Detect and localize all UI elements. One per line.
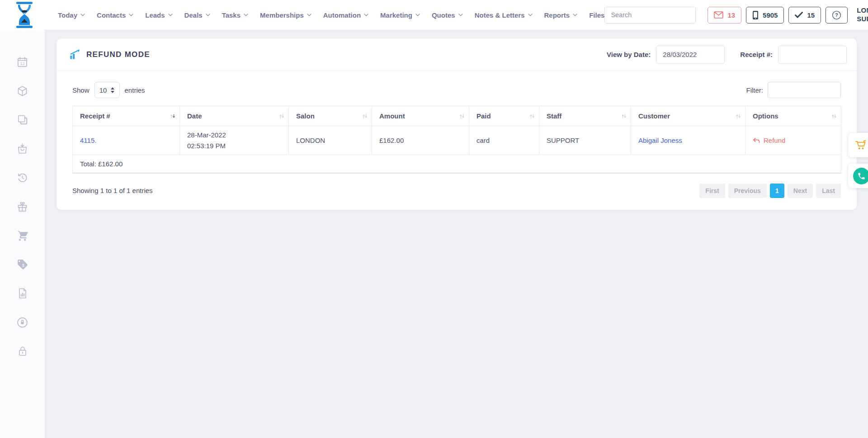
chevron-down-icon (458, 14, 463, 16)
nav-item-files[interactable]: Files (589, 11, 604, 19)
col-staff[interactable]: Staff (539, 106, 631, 126)
history-icon (16, 172, 28, 184)
nav-item-tasks[interactable]: Tasks (222, 11, 248, 19)
paid-cell: card (469, 126, 539, 155)
customer-cell: Abigail Joness (631, 126, 745, 155)
staff-cell: SUPPORT (539, 126, 631, 155)
filter-label: Filter: (746, 86, 764, 94)
sales-report-icon (17, 287, 28, 299)
sort-icon (831, 113, 837, 119)
filter-input[interactable] (768, 82, 841, 98)
sidebar-item-privacy[interactable] (16, 316, 29, 329)
col-amount[interactable]: Amount (372, 106, 469, 126)
panel-body: Show 10 entries Filter: Receipt # Da (57, 82, 857, 198)
sidebar-item-orders[interactable] (16, 142, 29, 155)
calls-count: 5905 (763, 11, 778, 19)
page-length-select[interactable]: 10 (94, 82, 120, 98)
pagination-first[interactable]: First (699, 184, 725, 198)
sort-icon (459, 113, 465, 119)
pagination-next[interactable]: Next (788, 184, 813, 198)
question-circle-icon: ? (832, 10, 841, 20)
pagination-page-1[interactable]: 1 (770, 184, 784, 198)
help-badge[interactable]: ? (826, 7, 848, 24)
date-cell: 28-Mar-202202:53:19 PM (180, 126, 289, 155)
col-receipt[interactable]: Receipt # (73, 106, 180, 126)
refund-button[interactable]: Refund (753, 137, 785, 144)
smartphone-icon (752, 10, 759, 20)
col-paid[interactable]: Paid (469, 106, 539, 126)
panel-header-filters: View by Date: Receipt #: (607, 46, 847, 64)
nav-item-memberships[interactable]: Memberships (260, 11, 311, 19)
messages-count: 13 (727, 11, 735, 19)
table-row: 4115. 28-Mar-202202:53:19 PM LONDON £162… (73, 126, 841, 155)
date-input[interactable] (656, 46, 725, 64)
sort-icon (529, 113, 535, 119)
view-by-date-label: View by Date: (607, 51, 651, 58)
floating-cart-button[interactable] (848, 133, 868, 157)
receipt-cell: 4115. (73, 126, 180, 155)
chevron-down-icon (573, 14, 577, 16)
sidebar-item-security[interactable] (16, 344, 29, 358)
svg-text:$: $ (22, 263, 24, 268)
table-header-row: Receipt # Date Salon Amount Paid Staff C… (73, 106, 841, 126)
topbar: Today Contacts Leads Deals Tasks Members… (0, 0, 868, 30)
sort-icon (362, 113, 368, 119)
sidebar-item-calendar[interactable]: 12 (16, 55, 29, 69)
chevron-down-icon (364, 14, 368, 16)
total-cell: Total: £162.00 (73, 155, 841, 173)
table-filter: Filter: (746, 82, 841, 98)
receipt-link[interactable]: 4115. (80, 137, 96, 144)
svg-text:?: ? (835, 12, 838, 18)
col-salon[interactable]: Salon (289, 106, 372, 126)
sidebar-item-gifts[interactable] (16, 200, 29, 213)
entries-label: entries (125, 86, 145, 94)
chevron-down-icon (129, 14, 133, 16)
tasks-badge[interactable]: 15 (788, 7, 821, 24)
nav-item-quotes[interactable]: Quotes (432, 11, 463, 19)
user-menu[interactable]: LONDON SUPPORT (857, 5, 868, 25)
chevron-down-icon (415, 14, 420, 16)
sort-icon (170, 113, 176, 119)
pagination-last[interactable]: Last (816, 184, 841, 198)
sidebar-item-pos[interactable] (16, 229, 29, 242)
floating-phone-button[interactable] (848, 164, 868, 188)
col-customer[interactable]: Customer (631, 106, 745, 126)
sort-icon (735, 113, 741, 119)
panel-title: REFUND MODE (69, 49, 150, 60)
table-controls: Show 10 entries Filter: (72, 82, 841, 98)
search-input[interactable] (605, 7, 696, 23)
nav-item-contacts[interactable]: Contacts (97, 11, 133, 19)
sort-icon (621, 113, 627, 119)
sidebar-item-pricing[interactable]: $ (16, 258, 29, 271)
calls-badge[interactable]: 5905 (746, 7, 784, 24)
nav-item-automation[interactable]: Automation (323, 11, 368, 19)
col-date[interactable]: Date (180, 106, 289, 126)
calendar-12-icon: 12 (16, 56, 28, 68)
chart-trending-up-icon (69, 49, 80, 60)
receipt-number-input[interactable] (778, 46, 847, 64)
receipt-filter-label: Receipt #: (740, 51, 773, 58)
nav-item-deals[interactable]: Deals (184, 11, 210, 19)
nav-item-marketing[interactable]: Marketing (380, 11, 420, 19)
refunds-table: Receipt # Date Salon Amount Paid Staff C… (72, 106, 841, 174)
messages-badge[interactable]: 13 (708, 7, 741, 24)
customer-link[interactable]: Abigail Joness (638, 137, 682, 144)
user-name: LONDON SUPPORT (857, 6, 868, 24)
sidebar-item-history[interactable] (16, 171, 29, 184)
entries-info: Showing 1 to 1 of 1 entries (72, 187, 153, 194)
nav-item-reports[interactable]: Reports (544, 11, 578, 19)
nav-item-leads[interactable]: Leads (145, 11, 172, 19)
main-nav: Today Contacts Leads Deals Tasks Members… (58, 11, 604, 19)
nav-item-notes-letters[interactable]: Notes & Letters (475, 11, 533, 19)
sidebar-item-reports[interactable] (16, 287, 29, 300)
sidebar-item-duplicate[interactable] (16, 113, 29, 127)
nav-item-today[interactable]: Today (58, 11, 85, 19)
account-lock-icon (16, 316, 28, 329)
hourglass-logo-icon[interactable] (14, 2, 35, 28)
col-options[interactable]: Options (745, 106, 841, 126)
chevron-down-icon (244, 14, 248, 16)
phone-circle (853, 168, 868, 184)
svg-text:12: 12 (20, 61, 24, 66)
pagination-previous[interactable]: Previous (728, 184, 767, 198)
sidebar-item-packages[interactable] (16, 84, 29, 98)
